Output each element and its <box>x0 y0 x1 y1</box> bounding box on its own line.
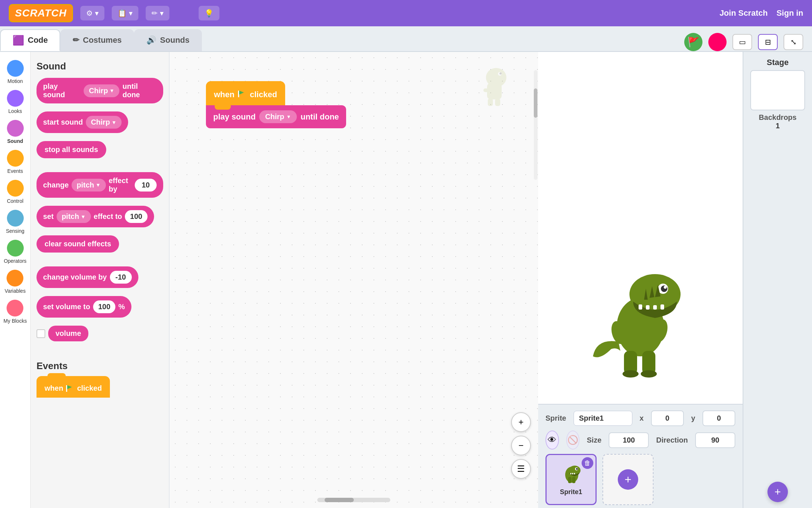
svg-rect-5 <box>488 99 493 106</box>
costumes-icon: ✏ <box>73 35 79 45</box>
sprite-y-input[interactable] <box>702 410 735 426</box>
stop-button[interactable] <box>708 33 727 51</box>
green-flag-button[interactable]: 🚩 <box>684 33 702 51</box>
volume-reporter-row[interactable]: volume <box>37 326 163 341</box>
lightbulb-icon: 💡 <box>204 9 214 18</box>
svg-point-25 <box>641 370 657 378</box>
settings-button[interactable]: ⚙▾ <box>80 6 104 20</box>
sprite-direction-input[interactable] <box>695 432 735 448</box>
script-h-scrollbar-thumb[interactable] <box>325 498 354 502</box>
sprite-info-row2: 👁 🚫 Size Direction <box>545 431 735 450</box>
svg-point-19 <box>664 286 667 289</box>
sprite-card-sprite1[interactable]: 🗑 Sprite1 <box>545 454 597 505</box>
category-control[interactable]: Control <box>5 178 26 206</box>
sounds-icon: 🔊 <box>146 35 156 45</box>
file-icon: 📋 <box>118 9 127 18</box>
svg-rect-4 <box>483 88 490 92</box>
sprite-x-input[interactable] <box>651 410 684 426</box>
operators-dot <box>7 240 24 257</box>
sign-in-link[interactable]: Sign in <box>777 8 803 18</box>
stage-canvas <box>538 52 743 405</box>
tab-code[interactable]: 🟪 Code <box>0 29 60 51</box>
when-flag-clicked-block[interactable]: when clicked <box>37 376 163 401</box>
sprite-info-panel: Sprite x y 👁 🚫 Size Direction 🗑 <box>538 405 743 508</box>
tab-costumes[interactable]: ✏ Costumes <box>60 29 134 51</box>
fit-screen-button[interactable]: ☰ <box>511 459 531 479</box>
view-split-button[interactable]: ⊟ <box>758 34 778 50</box>
add-sprite-area[interactable]: + <box>602 454 654 505</box>
hide-sprite-button[interactable]: 🚫 <box>566 431 580 450</box>
stage-dino-sprite <box>582 254 699 393</box>
svg-point-32 <box>576 468 578 470</box>
change-pitch-block[interactable]: change pitch effect by 10 <box>37 172 163 201</box>
svg-rect-30 <box>574 473 575 474</box>
change-volume-block[interactable]: change volume by -10 <box>37 266 163 292</box>
looks-dot <box>7 90 24 107</box>
canvas-dino-ghost <box>476 67 509 114</box>
set-volume-block[interactable]: set volume to 100 % <box>37 296 163 321</box>
add-sprite-button[interactable]: + <box>618 469 638 490</box>
category-myblocks[interactable]: My Blocks <box>1 297 29 326</box>
show-sprite-button[interactable]: 👁 <box>545 431 559 450</box>
zoom-out-button[interactable]: − <box>511 436 531 455</box>
set-pitch-block[interactable]: set pitch effect to 100 <box>37 206 163 231</box>
scratch-logo[interactable]: SCRATCH <box>9 4 73 22</box>
myblocks-dot <box>7 300 23 316</box>
canvas-chirp-dropdown[interactable]: Chirp ▼ <box>259 110 297 123</box>
sprite-size-input[interactable] <box>609 432 649 448</box>
hat-flag-icon <box>238 90 246 99</box>
events-section-title: Events <box>37 360 163 372</box>
sprite-thumbnail <box>560 463 582 487</box>
sprite-delete-button[interactable]: 🗑 <box>582 457 593 469</box>
clear-sound-effects-block[interactable]: clear sound effects <box>37 235 163 256</box>
block-categories: Motion Looks Sound Events Control Sensin… <box>0 52 31 508</box>
script-vertical-scrollbar[interactable] <box>534 70 537 180</box>
view-normal-icon: ▭ <box>739 38 746 46</box>
svg-rect-13 <box>639 304 642 310</box>
add-backdrop-button[interactable]: + <box>767 482 788 502</box>
svg-point-24 <box>623 370 639 378</box>
view-normal-button[interactable]: ▭ <box>732 34 752 50</box>
script-controls: + − ☰ <box>511 412 531 479</box>
svg-rect-16 <box>660 304 664 310</box>
fullscreen-icon: ⤡ <box>790 38 797 46</box>
play-sound-block[interactable]: play sound Chirp until done <box>37 78 163 107</box>
start-sound-block[interactable]: start sound Chirp <box>37 111 163 137</box>
edit-button[interactable]: ✏▾ <box>146 6 169 20</box>
category-motion[interactable]: Motion <box>5 58 26 86</box>
script-horizontal-scrollbar[interactable] <box>317 498 390 502</box>
category-operators[interactable]: Operators <box>1 238 28 266</box>
svg-rect-6 <box>495 99 500 106</box>
svg-rect-33 <box>568 477 571 483</box>
header-controls: 🚩 ▭ ⊟ ⤡ <box>684 33 812 51</box>
category-sensing[interactable]: Sensing <box>4 208 27 236</box>
join-scratch-link[interactable]: Join Scratch <box>720 8 768 18</box>
chirp-dropdown-2[interactable]: Chirp <box>86 116 122 129</box>
category-variables[interactable]: Variables <box>3 268 28 296</box>
stop-all-sounds-block[interactable]: stop all sounds <box>37 141 163 162</box>
file-button[interactable]: 📋▾ <box>112 6 138 20</box>
zoom-in-button[interactable]: + <box>511 412 531 432</box>
sprite-name-input[interactable] <box>574 411 632 426</box>
right-panel: Sprite x y 👁 🚫 Size Direction 🗑 <box>538 52 743 508</box>
control-dot <box>7 180 24 197</box>
when-flag-hat-block[interactable]: when clicked <box>206 81 285 105</box>
tutorial-button[interactable]: 💡 <box>199 6 219 20</box>
stage-thumbnail[interactable] <box>750 70 805 110</box>
script-area[interactable]: when clicked play sound Chirp ▼ <box>169 52 538 508</box>
category-looks[interactable]: Looks <box>5 88 26 116</box>
volume-reporter[interactable]: volume <box>48 326 88 341</box>
category-events[interactable]: Events <box>5 148 26 176</box>
pitch-dropdown-2[interactable]: pitch <box>57 210 91 223</box>
pitch-dropdown-1[interactable]: pitch <box>72 179 106 192</box>
fullscreen-button[interactable]: ⤡ <box>784 34 803 50</box>
svg-rect-29 <box>572 473 573 474</box>
sound-section-title: Sound <box>37 61 163 72</box>
chirp-dropdown-1[interactable]: Chirp <box>84 84 119 97</box>
volume-checkbox[interactable] <box>37 329 45 338</box>
category-sound[interactable]: Sound <box>5 118 26 146</box>
stage-right-panel: Stage Backdrops 1 + <box>743 52 812 508</box>
script-scrollbar-thumb[interactable] <box>534 88 537 118</box>
tab-sounds[interactable]: 🔊 Sounds <box>134 29 202 51</box>
variables-dot <box>7 270 23 287</box>
